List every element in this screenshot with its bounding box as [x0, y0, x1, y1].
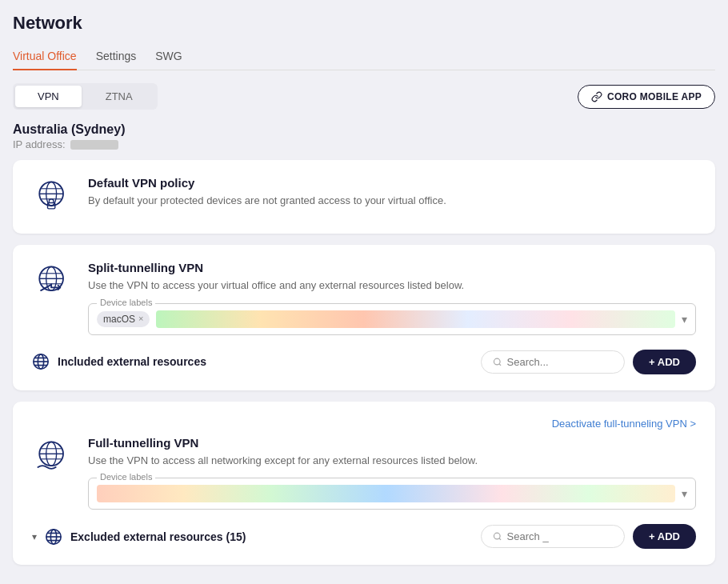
svg-point-17 — [494, 358, 501, 365]
included-add-button[interactable]: + ADD — [633, 350, 696, 374]
coro-mobile-app-button[interactable]: CORO MOBILE APP — [578, 85, 715, 109]
sub-tabs: VPN ZTNA — [13, 83, 158, 110]
split-tunneling-label-blur — [156, 310, 675, 328]
default-vpn-desc: By default your protected devices are no… — [88, 193, 696, 209]
page-container: Network Virtual Office Settings SWG VPN … — [13, 13, 715, 565]
search-icon — [493, 357, 502, 367]
full-tunneling-label-blur — [97, 485, 675, 502]
default-vpn-title: Default VPN policy — [88, 176, 696, 190]
globe-small-icon-2 — [45, 528, 62, 546]
sub-tab-vpn[interactable]: VPN — [15, 86, 82, 107]
tabs-row: Virtual Office Settings SWG — [13, 43, 715, 70]
excluded-add-button[interactable]: + ADD — [633, 524, 696, 549]
globe-arrow-icon — [32, 261, 74, 302]
split-tunneling-device-labels: Device labels macOS × ▾ — [88, 303, 696, 335]
location-section: Australia (Sydney) IP address: — [13, 122, 715, 150]
split-tunneling-card: Split-tunnelling VPN Use the VPN to acce… — [13, 245, 715, 390]
included-resources-label: Included external resources — [58, 355, 473, 368]
full-tunneling-dropdown-arrow[interactable]: ▾ — [682, 487, 687, 500]
location-ip-row: IP address: — [13, 138, 715, 150]
globe-small-icon — [32, 353, 50, 370]
included-search-box[interactable] — [481, 350, 625, 374]
tab-swg[interactable]: SWG — [155, 43, 182, 70]
expand-icon[interactable]: ▾ — [32, 531, 37, 542]
svg-line-18 — [499, 363, 501, 365]
split-device-labels-legend: Device labels — [97, 298, 155, 307]
excluded-resources-row: ▾ Excluded external resources (15) + ADD — [32, 524, 696, 549]
macos-chip-remove[interactable]: × — [138, 314, 143, 323]
included-resources-row: Included external resources + ADD — [32, 350, 696, 374]
full-tunneling-desc: Use the VPN to access all networking exc… — [88, 453, 696, 469]
link-icon — [591, 91, 602, 102]
full-tunneling-card-body: Full-tunnelling VPN Use the VPN to acces… — [88, 436, 696, 510]
split-tunneling-card-body: Split-tunnelling VPN Use the VPN to acce… — [88, 261, 696, 335]
location-name: Australia (Sydney) — [13, 122, 715, 137]
default-vpn-card-body: Default VPN policy By default your prote… — [88, 176, 696, 209]
excluded-search-box[interactable] — [481, 525, 625, 548]
included-search-input[interactable] — [507, 356, 614, 368]
ip-label: IP address: — [13, 138, 66, 150]
sub-tab-ztna[interactable]: ZTNA — [83, 86, 155, 107]
ip-value-blur — [70, 140, 118, 150]
full-tunneling-card: Deactivate full-tunneling VPN > Full-tun… — [13, 402, 715, 566]
globe-lock-icon — [32, 176, 74, 218]
svg-point-6 — [50, 205, 52, 206]
split-tunneling-dropdown-arrow[interactable]: ▾ — [682, 313, 687, 326]
search-icon-2 — [493, 531, 502, 542]
tab-settings[interactable]: Settings — [96, 43, 137, 70]
default-vpn-card: Default VPN policy By default your prote… — [13, 160, 715, 234]
full-device-labels-legend: Device labels — [97, 472, 155, 482]
split-tunneling-header: Split-tunnelling VPN Use the VPN to acce… — [32, 261, 696, 335]
page-title: Network — [13, 13, 715, 34]
tab-virtual-office[interactable]: Virtual Office — [13, 43, 77, 70]
full-tunneling-device-labels: Device labels ▾ — [88, 478, 696, 510]
split-tunneling-desc: Use the VPN to access your virtual offic… — [88, 278, 696, 294]
split-tunneling-title: Split-tunnelling VPN — [88, 261, 696, 274]
svg-point-29 — [494, 533, 501, 539]
excluded-resources-label: Excluded external resources (15) — [70, 530, 473, 543]
macos-chip[interactable]: macOS × — [97, 311, 150, 327]
default-vpn-card-header: Default VPN policy By default your prote… — [32, 176, 696, 218]
full-tunneling-header: Full-tunnelling VPN Use the VPN to acces… — [32, 436, 696, 510]
deactivate-link[interactable]: Deactivate full-tunneling VPN > — [32, 418, 696, 430]
svg-line-30 — [499, 538, 501, 540]
excluded-search-input[interactable] — [507, 530, 614, 542]
sub-tabs-row: VPN ZTNA CORO MOBILE APP — [13, 83, 715, 110]
globe-wave-icon — [32, 436, 74, 478]
full-tunneling-title: Full-tunnelling VPN — [88, 436, 696, 450]
